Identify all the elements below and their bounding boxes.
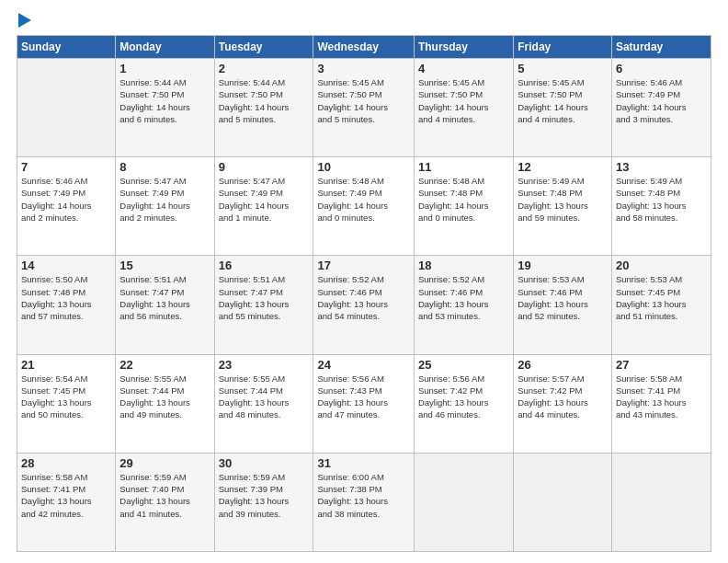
calendar-cell: 26Sunrise: 5:57 AMSunset: 7:42 PMDayligh… [514,354,612,453]
day-info: Sunrise: 5:47 AMSunset: 7:49 PMDaylight:… [119,175,210,224]
day-info: Sunrise: 5:58 AMSunset: 7:41 PMDaylight:… [616,373,707,421]
day-info: Sunrise: 5:56 AMSunset: 7:42 PMDaylight:… [418,373,509,421]
calendar-cell: 11Sunrise: 5:48 AMSunset: 7:48 PMDayligh… [414,157,513,256]
calendar-cell: 2Sunrise: 5:44 AMSunset: 7:50 PMDaylight… [214,59,313,157]
day-number: 25 [418,358,509,372]
day-number: 5 [518,62,608,75]
calendar-cell [414,453,513,551]
day-info: Sunrise: 5:54 AMSunset: 7:45 PMDaylight:… [21,373,111,421]
day-number: 14 [21,259,111,272]
day-number: 2 [219,62,310,75]
calendar-cell: 27Sunrise: 5:58 AMSunset: 7:41 PMDayligh… [611,354,711,453]
day-info: Sunrise: 5:48 AMSunset: 7:49 PMDaylight:… [317,175,409,224]
weekday-header-thursday: Thursday [414,36,513,59]
calendar-body: 1Sunrise: 5:44 AMSunset: 7:50 PMDaylight… [17,59,711,552]
calendar-week-row: 28Sunrise: 5:58 AMSunset: 7:41 PMDayligh… [17,453,711,551]
weekday-header-row: SundayMondayTuesdayWednesdayThursdayFrid… [17,36,711,59]
day-number: 18 [418,259,509,272]
calendar-cell: 23Sunrise: 5:55 AMSunset: 7:44 PMDayligh… [214,354,313,453]
day-info: Sunrise: 5:46 AMSunset: 7:49 PMDaylight:… [21,175,111,224]
calendar-cell: 12Sunrise: 5:49 AMSunset: 7:48 PMDayligh… [514,157,612,256]
calendar-cell: 21Sunrise: 5:54 AMSunset: 7:45 PMDayligh… [17,354,116,453]
day-number: 13 [616,160,707,174]
calendar-cell: 10Sunrise: 5:48 AMSunset: 7:49 PMDayligh… [313,157,414,256]
day-info: Sunrise: 5:44 AMSunset: 7:50 PMDaylight:… [219,76,310,125]
day-info: Sunrise: 5:49 AMSunset: 7:48 PMDaylight:… [616,175,707,224]
day-info: Sunrise: 5:53 AMSunset: 7:45 PMDaylight:… [616,273,707,322]
calendar-cell [611,453,711,551]
calendar-cell: 4Sunrise: 5:45 AMSunset: 7:50 PMDaylight… [414,59,513,157]
day-number: 30 [219,456,310,470]
day-info: Sunrise: 5:45 AMSunset: 7:50 PMDaylight:… [317,76,409,125]
day-number: 23 [219,358,310,372]
day-number: 12 [518,160,608,174]
day-number: 16 [219,259,310,272]
calendar-header: SundayMondayTuesdayWednesdayThursdayFrid… [17,36,711,59]
day-number: 1 [119,62,210,75]
day-number: 28 [21,456,111,470]
day-number: 31 [317,456,409,470]
day-info: Sunrise: 5:49 AMSunset: 7:48 PMDaylight:… [518,175,608,224]
weekday-header-tuesday: Tuesday [214,36,313,59]
calendar-week-row: 7Sunrise: 5:46 AMSunset: 7:49 PMDaylight… [17,157,711,256]
calendar-cell: 25Sunrise: 5:56 AMSunset: 7:42 PMDayligh… [414,354,513,453]
calendar-cell: 17Sunrise: 5:52 AMSunset: 7:46 PMDayligh… [313,256,414,354]
day-number: 6 [616,62,707,75]
day-number: 11 [418,160,509,174]
day-number: 7 [21,160,111,174]
day-info: Sunrise: 5:51 AMSunset: 7:47 PMDaylight:… [219,273,310,322]
day-number: 29 [119,456,210,470]
day-number: 19 [518,259,608,272]
calendar-cell: 16Sunrise: 5:51 AMSunset: 7:47 PMDayligh… [214,256,313,354]
day-number: 26 [518,358,608,372]
day-info: Sunrise: 5:58 AMSunset: 7:41 PMDaylight:… [21,471,111,520]
calendar-cell: 28Sunrise: 5:58 AMSunset: 7:41 PMDayligh… [17,453,116,551]
logo [17,15,31,28]
day-number: 24 [317,358,409,372]
calendar-cell: 8Sunrise: 5:47 AMSunset: 7:49 PMDaylight… [116,157,214,256]
day-number: 3 [317,62,409,75]
weekday-header-sunday: Sunday [17,36,116,59]
day-info: Sunrise: 5:52 AMSunset: 7:46 PMDaylight:… [418,273,509,322]
calendar-cell: 15Sunrise: 5:51 AMSunset: 7:47 PMDayligh… [116,256,214,354]
day-number: 10 [317,160,409,174]
calendar-week-row: 14Sunrise: 5:50 AMSunset: 7:48 PMDayligh… [17,256,711,354]
calendar-cell: 3Sunrise: 5:45 AMSunset: 7:50 PMDaylight… [313,59,414,157]
weekday-header-saturday: Saturday [611,36,711,59]
day-info: Sunrise: 5:55 AMSunset: 7:44 PMDaylight:… [119,373,210,421]
day-number: 22 [119,358,210,372]
day-number: 20 [616,259,707,272]
calendar-cell: 18Sunrise: 5:52 AMSunset: 7:46 PMDayligh… [414,256,513,354]
day-info: Sunrise: 5:45 AMSunset: 7:50 PMDaylight:… [518,76,608,125]
calendar-cell: 30Sunrise: 5:59 AMSunset: 7:39 PMDayligh… [214,453,313,551]
calendar-cell: 13Sunrise: 5:49 AMSunset: 7:48 PMDayligh… [611,157,711,256]
day-info: Sunrise: 5:57 AMSunset: 7:42 PMDaylight:… [518,373,608,421]
day-number: 21 [21,358,111,372]
logo-text [17,15,31,28]
day-info: Sunrise: 5:46 AMSunset: 7:49 PMDaylight:… [616,76,707,125]
day-number: 8 [119,160,210,174]
calendar-week-row: 1Sunrise: 5:44 AMSunset: 7:50 PMDaylight… [17,59,711,157]
calendar-week-row: 21Sunrise: 5:54 AMSunset: 7:45 PMDayligh… [17,354,711,453]
day-number: 4 [418,62,509,75]
day-info: Sunrise: 5:52 AMSunset: 7:46 PMDaylight:… [317,273,409,322]
header [17,15,711,28]
day-number: 9 [219,160,310,174]
day-info: Sunrise: 5:56 AMSunset: 7:43 PMDaylight:… [317,373,409,421]
calendar-cell [514,453,612,551]
calendar-cell: 7Sunrise: 5:46 AMSunset: 7:49 PMDaylight… [17,157,116,256]
day-info: Sunrise: 5:53 AMSunset: 7:46 PMDaylight:… [518,273,608,322]
day-info: Sunrise: 5:59 AMSunset: 7:39 PMDaylight:… [219,471,310,520]
weekday-header-friday: Friday [514,36,612,59]
calendar-cell: 5Sunrise: 5:45 AMSunset: 7:50 PMDaylight… [514,59,612,157]
weekday-header-monday: Monday [116,36,214,59]
calendar-cell [17,59,116,157]
calendar-cell: 9Sunrise: 5:47 AMSunset: 7:49 PMDaylight… [214,157,313,256]
day-number: 17 [317,259,409,272]
calendar-cell: 22Sunrise: 5:55 AMSunset: 7:44 PMDayligh… [116,354,214,453]
day-info: Sunrise: 5:59 AMSunset: 7:40 PMDaylight:… [119,471,210,520]
day-info: Sunrise: 6:00 AMSunset: 7:38 PMDaylight:… [317,471,409,520]
calendar-cell: 20Sunrise: 5:53 AMSunset: 7:45 PMDayligh… [611,256,711,354]
day-info: Sunrise: 5:50 AMSunset: 7:48 PMDaylight:… [21,273,111,322]
day-info: Sunrise: 5:48 AMSunset: 7:48 PMDaylight:… [418,175,509,224]
